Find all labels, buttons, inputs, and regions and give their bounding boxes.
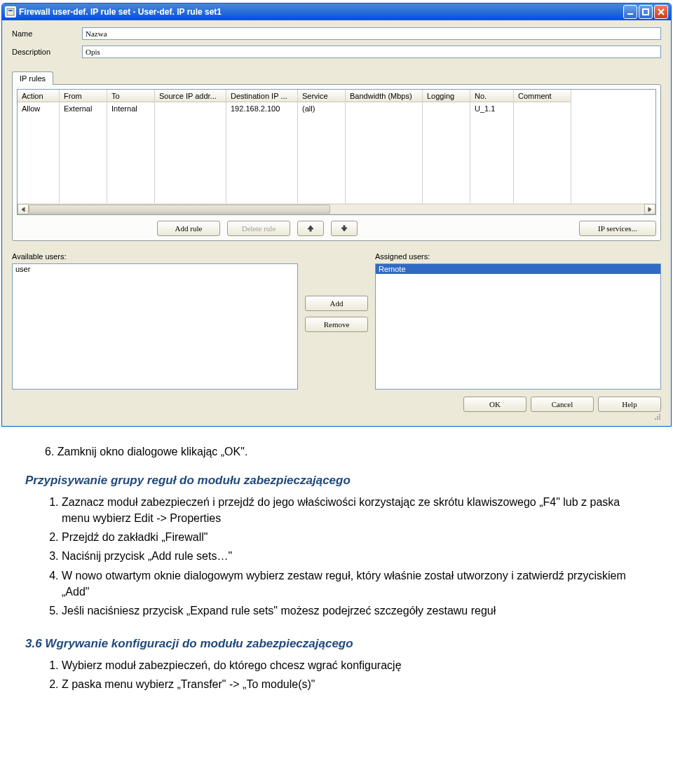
table-cell: . [107,165,155,178]
arrow-down-icon [340,224,348,233]
table-cell: . [107,191,155,203]
list-item: Wybierz moduł zabezpieczeń, do którego c… [62,657,648,673]
table-row[interactable]: AllowExternalInternal192.168.2.100(all)U… [18,102,655,115]
table-cell: . [514,115,571,128]
table-cell: . [346,178,423,191]
column-header[interactable]: To [107,90,155,102]
svg-rect-11 [344,226,345,228]
table-cell: . [155,140,226,153]
description-input[interactable] [82,46,661,58]
table-cell: . [470,115,514,128]
horizontal-scrollbar[interactable] [18,203,655,214]
move-down-button[interactable] [331,221,358,236]
name-input[interactable] [82,27,661,40]
resize-grip[interactable] [12,412,661,420]
table-cell: . [423,140,470,153]
help-button[interactable]: Help [598,397,661,412]
list-item[interactable]: user [13,264,297,274]
table-cell: . [346,128,423,140]
table-cell: External [60,102,107,115]
table-cell: . [470,128,514,140]
table-cell: . [226,178,298,191]
delete-rule-button[interactable]: Delete rule [227,221,290,236]
list-item: W nowo otwartym oknie dialogowym wybierz… [62,568,648,600]
list-item[interactable]: Remote [376,264,660,274]
ok-button[interactable]: OK [463,397,526,412]
table-cell: . [226,128,298,140]
table-cell: . [155,153,226,165]
table-cell: . [346,165,423,178]
move-up-button[interactable] [297,221,324,236]
table-cell: . [298,128,346,140]
remove-user-button[interactable]: Remove [305,317,368,332]
scroll-right-arrow[interactable] [644,204,655,214]
assigned-users-list[interactable]: Remote [375,263,661,390]
table-header: ActionFromToSource IP addr...Destination… [18,90,655,102]
table-cell: U_1.1 [470,102,514,115]
svg-marker-7 [648,207,651,212]
column-header[interactable]: From [60,90,107,102]
scroll-left-arrow[interactable] [18,204,29,214]
table-cell: . [226,191,298,203]
table-cell: . [470,165,514,178]
add-user-button[interactable]: Add [305,296,368,311]
table-cell: . [18,191,60,203]
table-cell: . [423,153,470,165]
maximize-icon [641,8,650,16]
svg-point-14 [655,418,656,420]
minimize-button[interactable] [623,5,637,19]
available-users-label: Available users: [12,252,298,261]
scroll-track[interactable] [29,204,644,214]
cancel-button[interactable]: Cancel [531,397,594,412]
table-cell: . [346,115,423,128]
column-header[interactable]: Source IP addr... [155,90,226,102]
table-cell: . [514,165,571,178]
table-cell: . [514,178,571,191]
scroll-thumb[interactable] [29,205,330,214]
table-cell: . [226,140,298,153]
table-cell: . [18,165,60,178]
list-item: Przejdź do zakładki „Firewall" [62,529,648,545]
column-header[interactable]: Logging [423,90,470,102]
column-header[interactable]: Action [18,90,60,102]
tab-panel: ActionFromToSource IP addr...Destination… [12,84,661,241]
app-icon [5,6,16,18]
table-cell: . [298,153,346,165]
column-header[interactable]: Destination IP ... [226,90,298,102]
table-cell: . [226,153,298,165]
available-users-list[interactable]: user [12,263,298,390]
ip-services-button[interactable]: IP services... [579,221,656,236]
table-cell: . [60,115,107,128]
close-icon [657,8,665,16]
column-header[interactable]: Bandwidth (Mbps) [346,90,423,102]
table-cell: . [60,178,107,191]
titlebar[interactable]: Firewall user-def. IP rule set - User-de… [2,4,671,20]
svg-point-13 [657,418,658,420]
table-cell: . [107,115,155,128]
table-cell: . [18,153,60,165]
table-cell: . [18,140,60,153]
column-header[interactable]: Comment [514,90,571,102]
list-item: Naciśnij przycisk „Add rule sets…" [62,548,648,564]
add-rule-button[interactable]: Add rule [157,221,220,236]
table-row: .......... [18,140,655,153]
table-cell: . [470,178,514,191]
close-button[interactable] [654,5,668,19]
ip-rules-table[interactable]: ActionFromToSource IP addr...Destination… [17,89,656,215]
ordered-list: Zaznacz moduł zabezpieczeń i przejdź do … [25,494,648,619]
table-cell: . [298,115,346,128]
maximize-button[interactable] [639,5,653,19]
table-cell: . [18,128,60,140]
table-cell: . [470,191,514,203]
column-header[interactable]: Service [298,90,346,102]
table-cell: . [298,191,346,203]
table-cell: . [60,140,107,153]
list-item: Jeśli naciśniesz przycisk „Expand rule s… [62,603,648,619]
table-cell: . [470,153,514,165]
doc-heading: 3.6 Wgrywanie konfiguracji do modułu zab… [25,635,648,653]
table-cell: . [155,128,226,140]
table-cell: . [155,165,226,178]
column-header[interactable]: No. [470,90,514,102]
table-cell: (all) [298,102,346,115]
tab-ip-rules[interactable]: IP rules [12,71,53,85]
